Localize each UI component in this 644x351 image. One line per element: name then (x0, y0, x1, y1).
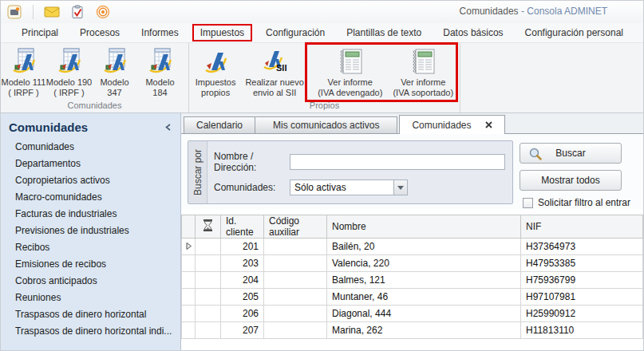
cell-aux[interactable] (264, 289, 327, 306)
tab-datos-basicos[interactable]: Datos básicos (435, 24, 511, 41)
cell-flag[interactable] (196, 289, 221, 306)
table-row[interactable]: 206 Diagonal, 444 H25990912 (182, 306, 643, 322)
row-selector[interactable] (182, 306, 196, 322)
cell-nombre[interactable]: Valencia, 220 (327, 255, 521, 272)
modelo-184-button[interactable]: Modelo 184 (137, 45, 183, 98)
cell-nif[interactable]: H75936799 (521, 272, 643, 289)
ribbon-group-label: Comunidades (1, 99, 188, 112)
tab-procesos[interactable]: Procesos (72, 24, 128, 41)
tab-configuracion[interactable]: Configuración (258, 24, 333, 41)
cell-aux[interactable] (264, 272, 327, 289)
realizar-envio-sii-button[interactable]: SII Realizar nuevo envio al SII (242, 45, 307, 98)
ribbon-button-label: Modelo 190 (46, 77, 93, 88)
cell-id[interactable]: 203 (221, 255, 264, 272)
filter-panel: Buscar por Nombre / Dirección: Comunidad… (181, 134, 643, 210)
tab-configuracion-personal[interactable]: Configuración personal (517, 24, 631, 41)
column-header-nif[interactable]: NIF (521, 215, 643, 239)
ribbon: Modelo 111 ( IRPF ) Modelo 190 ( IRPF ) … (1, 42, 643, 113)
cell-nif[interactable]: H97107981 (521, 289, 643, 306)
cell-id[interactable]: 205 (221, 289, 264, 306)
sidebar-item-cobros-anticipados[interactable]: Cobros anticipados (1, 273, 180, 290)
cell-nif[interactable]: H47953385 (521, 255, 643, 272)
chevron-down-icon[interactable] (393, 180, 407, 195)
sidebar-item-previsiones-de-industriales[interactable]: Previsiones de industriales (1, 223, 180, 239)
column-header-id-cliente[interactable]: Id. cliente (221, 215, 264, 239)
row-selector[interactable] (182, 272, 196, 289)
doc-tab-mis-comunicados-activos[interactable]: Mis comunicados activos (255, 116, 397, 133)
cell-id[interactable]: 204 (221, 272, 264, 289)
sidebar-item-traspasos-horizontal[interactable]: Traspasos de dinero horizontal (1, 306, 180, 323)
sidebar-item-traspasos-horizontal-indi[interactable]: Traspasos de dinero horizontal indi... (1, 323, 180, 340)
column-header-nombre[interactable]: Nombre (327, 215, 521, 239)
modelo-190-button[interactable]: Modelo 190 ( IRPF ) (46, 45, 92, 98)
cell-nombre[interactable]: Muntaner, 46 (327, 289, 521, 306)
ver-informe-iva-soportado-button[interactable]: Ver informe (IVA soportado) (387, 45, 460, 98)
tab-ayuda[interactable]: Ayuda (637, 24, 644, 41)
main-body: Comunidades Comunidades Departamentos Co… (1, 113, 643, 351)
cell-flag[interactable] (196, 239, 221, 255)
cell-flag[interactable] (196, 255, 221, 272)
modelo-347-button[interactable]: Modelo 347 (92, 45, 137, 98)
mostrar-todos-button[interactable]: Mostrar todos (520, 170, 622, 191)
sidebar-item-emisiones-de-recibos[interactable]: Emisiones de recibos (1, 256, 180, 273)
impuestos-propios-button[interactable]: Impuestos propios (189, 45, 242, 98)
cell-nombre[interactable]: Bailén, 20 (327, 239, 521, 255)
cell-flag[interactable] (196, 322, 221, 339)
tab-informes[interactable]: Informes (133, 24, 187, 41)
cell-nif[interactable]: H25990912 (521, 306, 643, 322)
cell-aux[interactable] (264, 255, 327, 272)
row-selector[interactable] (182, 322, 196, 339)
sidebar-item-recibos[interactable]: Recibos (1, 239, 180, 256)
cell-nombre[interactable]: Balmes, 121 (327, 272, 521, 289)
cell-aux[interactable] (264, 306, 327, 322)
table-row[interactable]: 207 Marina, 262 H11813110 (182, 322, 643, 339)
doc-tab-calendario[interactable]: Calendario (184, 116, 255, 133)
row-selector-header[interactable] (182, 215, 196, 239)
solicitar-filtro-checkbox[interactable] (523, 198, 533, 208)
sidebar-item-departamentos[interactable]: Departamentos (1, 156, 180, 172)
cell-nombre[interactable]: Marina, 262 (327, 322, 521, 339)
cell-id[interactable]: 206 (221, 306, 264, 322)
sidebar-item-comunidades[interactable]: Comunidades (1, 139, 180, 156)
cell-flag[interactable] (196, 306, 221, 322)
table-row[interactable]: 205 Muntaner, 46 H97107981 (182, 289, 643, 306)
hourglass-icon[interactable] (196, 215, 221, 239)
ver-informe-iva-devengado-button[interactable]: Ver informe (IVA devengado) (314, 45, 387, 98)
sidebar-item-facturas-de-industriales[interactable]: Facturas de industriales (1, 206, 180, 223)
row-selector[interactable] (182, 255, 196, 272)
cell-id[interactable]: 201 (221, 239, 264, 255)
cell-id[interactable]: 207 (221, 322, 264, 339)
search-group-caption-label: Buscar por (192, 149, 203, 195)
cell-aux[interactable] (264, 322, 327, 339)
clipboard-check-icon[interactable] (69, 3, 86, 21)
cell-nif[interactable]: H11813110 (521, 322, 643, 339)
ribbon-button-label: envio al SII (253, 88, 296, 98)
chevron-left-icon[interactable] (165, 122, 171, 133)
doc-tab-comunidades[interactable]: Comunidades (399, 115, 505, 134)
table-row[interactable]: 201 Bailén, 20 H37364973 (182, 239, 643, 255)
cell-nombre[interactable]: Diagonal, 444 (327, 306, 521, 322)
tab-plantillas-de-texto[interactable]: Plantillas de texto (338, 24, 429, 41)
modelo-111-button[interactable]: Modelo 111 ( IRPF ) (1, 45, 46, 98)
tab-principal[interactable]: Principal (14, 24, 66, 41)
cell-aux[interactable] (264, 239, 327, 255)
sidebar-item-copropietarios-activos[interactable]: Copropietarios activos (1, 172, 180, 189)
app-icon[interactable] (6, 3, 23, 21)
cell-flag[interactable] (196, 272, 221, 289)
buscar-button[interactable]: Buscar (520, 143, 622, 164)
cell-nif[interactable]: H37364973 (521, 239, 643, 255)
tab-impuestos[interactable]: Impuestos (192, 24, 252, 41)
sidebar-item-reuniones[interactable]: Reuniones (1, 290, 180, 306)
broadcast-icon[interactable] (94, 3, 112, 21)
mail-icon[interactable] (43, 3, 61, 21)
column-header-codigo-auxiliar[interactable]: Código auxiliar (264, 215, 327, 239)
ribbon-button-label: Modelo (145, 77, 174, 88)
comunidades-dropdown[interactable]: Sólo activas (290, 179, 408, 195)
close-icon[interactable] (485, 121, 492, 128)
table-row[interactable]: 203 Valencia, 220 H47953385 (182, 255, 643, 272)
sidebar-item-macro-comunidades[interactable]: Macro-comunidades (1, 189, 180, 206)
name-direccion-input[interactable] (290, 154, 505, 170)
ribbon-tab-bar: Principal Procesos Informes Impuestos Co… (1, 23, 643, 42)
table-row[interactable]: 204 Balmes, 121 H75936799 (182, 272, 643, 289)
row-selector[interactable] (182, 289, 196, 306)
